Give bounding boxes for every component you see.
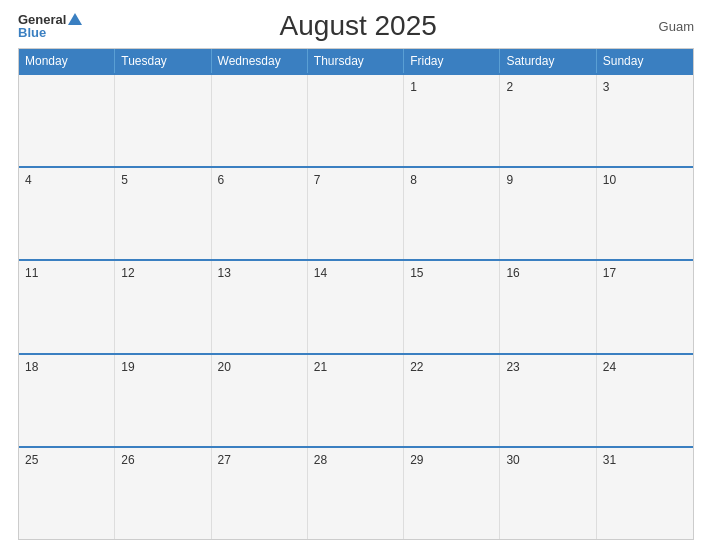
calendar-day-cell: 25 [19, 448, 115, 539]
day-number: 8 [410, 173, 417, 187]
day-number: 14 [314, 266, 327, 280]
calendar-day-cell: 2 [500, 75, 596, 166]
calendar-week: 123 [19, 73, 693, 166]
calendar-day-cell: 9 [500, 168, 596, 259]
day-number: 9 [506, 173, 513, 187]
calendar-day-cell: 4 [19, 168, 115, 259]
day-number: 4 [25, 173, 32, 187]
calendar-day-cell: 15 [404, 261, 500, 352]
day-number: 6 [218, 173, 225, 187]
calendar-day-cell: 20 [212, 355, 308, 446]
logo: General Blue [18, 13, 82, 39]
calendar-day-cell: 30 [500, 448, 596, 539]
calendar-day-cell: 21 [308, 355, 404, 446]
calendar-day-cell: 13 [212, 261, 308, 352]
logo-triangle-icon [68, 13, 82, 25]
day-number: 20 [218, 360, 231, 374]
calendar-day-cell: 22 [404, 355, 500, 446]
calendar: MondayTuesdayWednesdayThursdayFridaySatu… [18, 48, 694, 540]
page: General Blue August 2025 Guam MondayTues… [0, 0, 712, 550]
day-number: 26 [121, 453, 134, 467]
day-number: 18 [25, 360, 38, 374]
calendar-header-row: MondayTuesdayWednesdayThursdayFridaySatu… [19, 49, 693, 73]
day-number: 13 [218, 266, 231, 280]
calendar-day-cell: 11 [19, 261, 115, 352]
day-number: 25 [25, 453, 38, 467]
calendar-day-cell: 12 [115, 261, 211, 352]
calendar-day-cell: 1 [404, 75, 500, 166]
calendar-day-cell: 23 [500, 355, 596, 446]
day-number: 19 [121, 360, 134, 374]
region-label: Guam [634, 19, 694, 34]
day-number: 27 [218, 453, 231, 467]
calendar-day-cell: 10 [597, 168, 693, 259]
day-of-week-header: Thursday [308, 49, 404, 73]
day-number: 29 [410, 453, 423, 467]
calendar-day-cell: 24 [597, 355, 693, 446]
calendar-day-cell: 27 [212, 448, 308, 539]
day-number: 30 [506, 453, 519, 467]
calendar-week: 18192021222324 [19, 353, 693, 446]
calendar-day-cell: 14 [308, 261, 404, 352]
calendar-day-cell: 31 [597, 448, 693, 539]
calendar-week: 45678910 [19, 166, 693, 259]
day-number: 23 [506, 360, 519, 374]
day-number: 10 [603, 173, 616, 187]
header: General Blue August 2025 Guam [18, 10, 694, 42]
calendar-day-cell: 29 [404, 448, 500, 539]
day-of-week-header: Sunday [597, 49, 693, 73]
day-number: 28 [314, 453, 327, 467]
day-number: 21 [314, 360, 327, 374]
calendar-week: 11121314151617 [19, 259, 693, 352]
calendar-day-cell: 18 [19, 355, 115, 446]
calendar-title: August 2025 [82, 10, 634, 42]
calendar-day-cell: 5 [115, 168, 211, 259]
calendar-day-cell: 7 [308, 168, 404, 259]
calendar-day-cell: 28 [308, 448, 404, 539]
day-number: 3 [603, 80, 610, 94]
calendar-weeks: 1234567891011121314151617181920212223242… [19, 73, 693, 539]
calendar-day-cell [115, 75, 211, 166]
calendar-day-cell [212, 75, 308, 166]
calendar-day-cell: 6 [212, 168, 308, 259]
day-number: 16 [506, 266, 519, 280]
day-number: 12 [121, 266, 134, 280]
calendar-day-cell [19, 75, 115, 166]
day-number: 15 [410, 266, 423, 280]
day-number: 5 [121, 173, 128, 187]
day-of-week-header: Wednesday [212, 49, 308, 73]
day-number: 17 [603, 266, 616, 280]
calendar-day-cell: 3 [597, 75, 693, 166]
day-of-week-header: Tuesday [115, 49, 211, 73]
day-number: 7 [314, 173, 321, 187]
day-number: 2 [506, 80, 513, 94]
day-of-week-header: Saturday [500, 49, 596, 73]
day-number: 1 [410, 80, 417, 94]
day-of-week-header: Friday [404, 49, 500, 73]
calendar-day-cell: 16 [500, 261, 596, 352]
calendar-day-cell: 8 [404, 168, 500, 259]
calendar-day-cell: 17 [597, 261, 693, 352]
day-number: 31 [603, 453, 616, 467]
day-of-week-header: Monday [19, 49, 115, 73]
day-number: 22 [410, 360, 423, 374]
calendar-day-cell: 26 [115, 448, 211, 539]
day-number: 11 [25, 266, 38, 280]
calendar-day-cell: 19 [115, 355, 211, 446]
logo-blue-text: Blue [18, 26, 46, 39]
calendar-day-cell [308, 75, 404, 166]
calendar-week: 25262728293031 [19, 446, 693, 539]
day-number: 24 [603, 360, 616, 374]
